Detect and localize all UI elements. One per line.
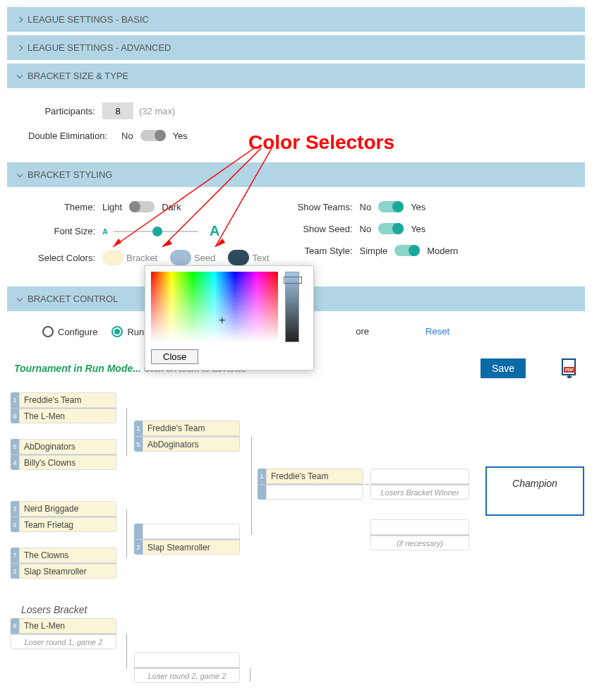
select-colors-label: Select Colors: (28, 253, 102, 263)
status-main: Tournament in Run Mode... (14, 363, 141, 374)
panel-league-advanced[interactable]: LEAGUE SETTINGS - ADVANCED (7, 35, 585, 60)
match[interactable]: 1Freddie's Team (258, 469, 363, 500)
color-brightness-slider[interactable] (285, 272, 299, 342)
opt-no: No (121, 131, 133, 141)
losers-round1: 8The L-Men Loser round 1, game 2 (11, 618, 116, 649)
radio-more: ore (356, 326, 369, 337)
opt-yes: Yes (411, 202, 425, 212)
panel-title: BRACKET SIZE & TYPE (28, 71, 128, 81)
match[interactable]: 1Freddie's Team 5AbDoginators (134, 421, 240, 452)
radio-configure[interactable]: Configure (42, 325, 97, 337)
panel-title: BRACKET STYLING (28, 169, 112, 180)
svg-line-4 (215, 148, 272, 247)
losers-round2: Loser round 2, game 2 (134, 652, 240, 683)
chevron-down-icon (17, 72, 23, 78)
double-elim-toggle[interactable] (140, 130, 166, 141)
opt-no: No (360, 202, 372, 212)
chevron-right-icon (17, 16, 23, 22)
match[interactable]: 1Freddie's Team 8The L-Men (11, 392, 116, 423)
font-size-label: Font Size: (28, 226, 102, 236)
panel-title: LEAGUE SETTINGS - ADVANCED (28, 42, 171, 53)
round3: 1Freddie's Team (258, 469, 363, 500)
opt-modern: Modern (427, 246, 458, 256)
radio-run[interactable]: Run (111, 325, 144, 337)
champion-box: Champion (485, 466, 584, 516)
match[interactable]: 8The L-Men Loser round 1, game 2 (11, 618, 116, 649)
match[interactable]: 7The Clowns 2Slap Steamroller (11, 548, 116, 579)
svg-text:PDF: PDF (565, 368, 574, 372)
opt-simple: Simple (360, 246, 388, 256)
save-button[interactable]: Save (481, 358, 526, 378)
participants-input[interactable] (102, 102, 133, 119)
bracket-area: 1Freddie's Team 8The L-Men 5AbDoginators… (7, 378, 585, 696)
opt-yes: Yes (173, 131, 188, 141)
panel-bracket-size[interactable]: BRACKET SIZE & TYPE (7, 64, 585, 88)
finals: Losers Bracket Winner (if necessary) (370, 469, 469, 550)
annotation-arrow-3 (208, 148, 293, 261)
match[interactable]: Losers Bracket Winner (370, 469, 469, 500)
show-seed-label: Show Seed: (296, 224, 360, 234)
show-teams-label: Show Teams: (296, 202, 360, 212)
panel-bracket-styling[interactable]: BRACKET STYLING (7, 162, 585, 187)
panel-league-basic[interactable]: LEAGUE SETTINGS - BASIC (7, 7, 585, 32)
chevron-right-icon (17, 44, 23, 50)
reset-link[interactable]: Reset (425, 326, 449, 337)
panel-title: LEAGUE SETTINGS - BASIC (28, 14, 149, 25)
team-style-toggle[interactable] (394, 245, 420, 256)
match[interactable]: (if necessary) (370, 519, 469, 550)
chevron-down-icon (17, 295, 23, 301)
losers-bracket-label: Losers Bracket (21, 604, 87, 615)
team-style-label: Team Style: (296, 246, 360, 256)
crosshair-icon: + (219, 314, 225, 327)
participants-label: Participants: (28, 106, 102, 116)
match[interactable]: 3Nerd Briggade 6Team Frietag (11, 501, 116, 532)
opt-no: No (360, 224, 372, 234)
chevron-down-icon (17, 171, 23, 176)
round2: 1Freddie's Team 5AbDoginators 2Slap Stea… (134, 421, 240, 555)
double-elim-label: Double Elimination: (28, 131, 114, 141)
svg-marker-1 (113, 239, 121, 247)
slider-thumb[interactable] (284, 277, 302, 284)
match[interactable]: 5AbDoginators 4Billy's Clowns (11, 439, 116, 470)
svg-marker-3 (162, 240, 172, 247)
show-seed-toggle[interactable] (378, 223, 404, 234)
color-picker-popup: + Close (145, 265, 314, 370)
theme-label: Theme: (28, 202, 102, 212)
participants-hint: (32 max) (139, 106, 175, 116)
show-teams-toggle[interactable] (378, 201, 404, 212)
svg-rect-7 (151, 272, 278, 342)
colorpicker-close-button[interactable]: Close (151, 349, 198, 364)
opt-yes: Yes (411, 224, 425, 234)
color-canvas[interactable]: + (151, 272, 278, 342)
round1: 1Freddie's Team 8The L-Men 5AbDoginators… (11, 392, 116, 579)
panel-title: BRACKET CONTROL (28, 294, 118, 304)
pdf-export-icon[interactable]: PDF (561, 358, 578, 378)
svg-marker-5 (215, 239, 225, 247)
match[interactable]: Loser round 2, game 2 (134, 652, 240, 683)
match[interactable]: 2Slap Steamroller (134, 524, 240, 555)
